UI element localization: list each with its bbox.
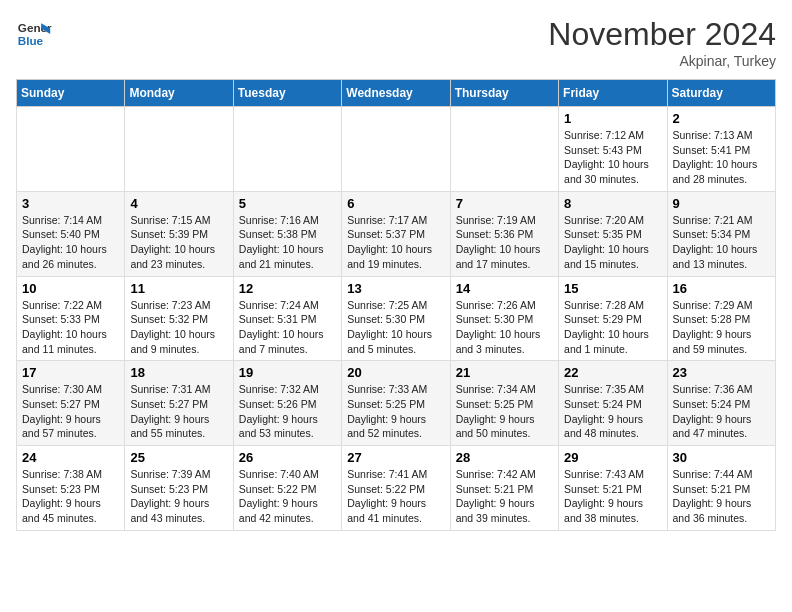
day-number: 16 bbox=[673, 281, 770, 296]
day-number: 13 bbox=[347, 281, 444, 296]
day-info: Sunrise: 7:38 AM Sunset: 5:23 PM Dayligh… bbox=[22, 467, 119, 526]
day-number: 18 bbox=[130, 365, 227, 380]
day-number: 28 bbox=[456, 450, 553, 465]
day-info: Sunrise: 7:23 AM Sunset: 5:32 PM Dayligh… bbox=[130, 298, 227, 357]
calendar-cell: 7Sunrise: 7:19 AM Sunset: 5:36 PM Daylig… bbox=[450, 191, 558, 276]
day-number: 22 bbox=[564, 365, 661, 380]
day-header-friday: Friday bbox=[559, 80, 667, 107]
day-number: 6 bbox=[347, 196, 444, 211]
calendar-cell: 30Sunrise: 7:44 AM Sunset: 5:21 PM Dayli… bbox=[667, 446, 775, 531]
day-info: Sunrise: 7:43 AM Sunset: 5:21 PM Dayligh… bbox=[564, 467, 661, 526]
day-number: 12 bbox=[239, 281, 336, 296]
day-info: Sunrise: 7:28 AM Sunset: 5:29 PM Dayligh… bbox=[564, 298, 661, 357]
calendar-cell: 18Sunrise: 7:31 AM Sunset: 5:27 PM Dayli… bbox=[125, 361, 233, 446]
day-number: 29 bbox=[564, 450, 661, 465]
logo-icon: General Blue bbox=[16, 16, 52, 52]
day-info: Sunrise: 7:39 AM Sunset: 5:23 PM Dayligh… bbox=[130, 467, 227, 526]
calendar-cell bbox=[342, 107, 450, 192]
calendar-cell: 19Sunrise: 7:32 AM Sunset: 5:26 PM Dayli… bbox=[233, 361, 341, 446]
day-header-wednesday: Wednesday bbox=[342, 80, 450, 107]
day-number: 25 bbox=[130, 450, 227, 465]
day-number: 19 bbox=[239, 365, 336, 380]
calendar-cell: 1Sunrise: 7:12 AM Sunset: 5:43 PM Daylig… bbox=[559, 107, 667, 192]
day-info: Sunrise: 7:12 AM Sunset: 5:43 PM Dayligh… bbox=[564, 128, 661, 187]
day-info: Sunrise: 7:34 AM Sunset: 5:25 PM Dayligh… bbox=[456, 382, 553, 441]
day-number: 15 bbox=[564, 281, 661, 296]
day-info: Sunrise: 7:14 AM Sunset: 5:40 PM Dayligh… bbox=[22, 213, 119, 272]
calendar-week-1: 1Sunrise: 7:12 AM Sunset: 5:43 PM Daylig… bbox=[17, 107, 776, 192]
day-info: Sunrise: 7:36 AM Sunset: 5:24 PM Dayligh… bbox=[673, 382, 770, 441]
day-info: Sunrise: 7:30 AM Sunset: 5:27 PM Dayligh… bbox=[22, 382, 119, 441]
calendar-cell: 15Sunrise: 7:28 AM Sunset: 5:29 PM Dayli… bbox=[559, 276, 667, 361]
day-number: 3 bbox=[22, 196, 119, 211]
calendar-week-3: 10Sunrise: 7:22 AM Sunset: 5:33 PM Dayli… bbox=[17, 276, 776, 361]
calendar-cell: 3Sunrise: 7:14 AM Sunset: 5:40 PM Daylig… bbox=[17, 191, 125, 276]
day-header-sunday: Sunday bbox=[17, 80, 125, 107]
day-number: 20 bbox=[347, 365, 444, 380]
day-number: 14 bbox=[456, 281, 553, 296]
calendar-cell bbox=[450, 107, 558, 192]
day-number: 7 bbox=[456, 196, 553, 211]
day-info: Sunrise: 7:44 AM Sunset: 5:21 PM Dayligh… bbox=[673, 467, 770, 526]
calendar-cell: 9Sunrise: 7:21 AM Sunset: 5:34 PM Daylig… bbox=[667, 191, 775, 276]
calendar-cell: 2Sunrise: 7:13 AM Sunset: 5:41 PM Daylig… bbox=[667, 107, 775, 192]
day-header-saturday: Saturday bbox=[667, 80, 775, 107]
calendar-cell: 8Sunrise: 7:20 AM Sunset: 5:35 PM Daylig… bbox=[559, 191, 667, 276]
day-number: 30 bbox=[673, 450, 770, 465]
calendar-cell: 16Sunrise: 7:29 AM Sunset: 5:28 PM Dayli… bbox=[667, 276, 775, 361]
calendar-week-4: 17Sunrise: 7:30 AM Sunset: 5:27 PM Dayli… bbox=[17, 361, 776, 446]
calendar-cell: 5Sunrise: 7:16 AM Sunset: 5:38 PM Daylig… bbox=[233, 191, 341, 276]
day-number: 26 bbox=[239, 450, 336, 465]
calendar-cell: 13Sunrise: 7:25 AM Sunset: 5:30 PM Dayli… bbox=[342, 276, 450, 361]
calendar-cell: 23Sunrise: 7:36 AM Sunset: 5:24 PM Dayli… bbox=[667, 361, 775, 446]
day-number: 8 bbox=[564, 196, 661, 211]
calendar-table: SundayMondayTuesdayWednesdayThursdayFrid… bbox=[16, 79, 776, 531]
day-header-thursday: Thursday bbox=[450, 80, 558, 107]
day-number: 10 bbox=[22, 281, 119, 296]
day-number: 27 bbox=[347, 450, 444, 465]
calendar-cell bbox=[17, 107, 125, 192]
calendar-cell: 21Sunrise: 7:34 AM Sunset: 5:25 PM Dayli… bbox=[450, 361, 558, 446]
calendar-cell: 11Sunrise: 7:23 AM Sunset: 5:32 PM Dayli… bbox=[125, 276, 233, 361]
day-number: 17 bbox=[22, 365, 119, 380]
day-info: Sunrise: 7:22 AM Sunset: 5:33 PM Dayligh… bbox=[22, 298, 119, 357]
day-number: 5 bbox=[239, 196, 336, 211]
calendar-header-row: SundayMondayTuesdayWednesdayThursdayFrid… bbox=[17, 80, 776, 107]
day-number: 1 bbox=[564, 111, 661, 126]
day-info: Sunrise: 7:21 AM Sunset: 5:34 PM Dayligh… bbox=[673, 213, 770, 272]
day-info: Sunrise: 7:24 AM Sunset: 5:31 PM Dayligh… bbox=[239, 298, 336, 357]
day-info: Sunrise: 7:41 AM Sunset: 5:22 PM Dayligh… bbox=[347, 467, 444, 526]
day-header-tuesday: Tuesday bbox=[233, 80, 341, 107]
day-number: 11 bbox=[130, 281, 227, 296]
day-info: Sunrise: 7:16 AM Sunset: 5:38 PM Dayligh… bbox=[239, 213, 336, 272]
day-number: 4 bbox=[130, 196, 227, 211]
calendar-cell: 26Sunrise: 7:40 AM Sunset: 5:22 PM Dayli… bbox=[233, 446, 341, 531]
calendar-cell: 20Sunrise: 7:33 AM Sunset: 5:25 PM Dayli… bbox=[342, 361, 450, 446]
month-title: November 2024 bbox=[548, 16, 776, 53]
day-info: Sunrise: 7:25 AM Sunset: 5:30 PM Dayligh… bbox=[347, 298, 444, 357]
calendar-cell: 22Sunrise: 7:35 AM Sunset: 5:24 PM Dayli… bbox=[559, 361, 667, 446]
day-info: Sunrise: 7:26 AM Sunset: 5:30 PM Dayligh… bbox=[456, 298, 553, 357]
calendar-cell: 24Sunrise: 7:38 AM Sunset: 5:23 PM Dayli… bbox=[17, 446, 125, 531]
logo: General Blue bbox=[16, 16, 52, 52]
calendar-cell: 29Sunrise: 7:43 AM Sunset: 5:21 PM Dayli… bbox=[559, 446, 667, 531]
day-number: 21 bbox=[456, 365, 553, 380]
calendar-cell: 12Sunrise: 7:24 AM Sunset: 5:31 PM Dayli… bbox=[233, 276, 341, 361]
day-info: Sunrise: 7:15 AM Sunset: 5:39 PM Dayligh… bbox=[130, 213, 227, 272]
svg-text:Blue: Blue bbox=[18, 34, 44, 47]
day-info: Sunrise: 7:42 AM Sunset: 5:21 PM Dayligh… bbox=[456, 467, 553, 526]
day-info: Sunrise: 7:13 AM Sunset: 5:41 PM Dayligh… bbox=[673, 128, 770, 187]
day-number: 24 bbox=[22, 450, 119, 465]
calendar-week-5: 24Sunrise: 7:38 AM Sunset: 5:23 PM Dayli… bbox=[17, 446, 776, 531]
calendar-cell: 4Sunrise: 7:15 AM Sunset: 5:39 PM Daylig… bbox=[125, 191, 233, 276]
day-number: 9 bbox=[673, 196, 770, 211]
calendar-cell: 10Sunrise: 7:22 AM Sunset: 5:33 PM Dayli… bbox=[17, 276, 125, 361]
day-info: Sunrise: 7:40 AM Sunset: 5:22 PM Dayligh… bbox=[239, 467, 336, 526]
page-header: General Blue November 2024 Akpinar, Turk… bbox=[16, 16, 776, 69]
calendar-cell: 25Sunrise: 7:39 AM Sunset: 5:23 PM Dayli… bbox=[125, 446, 233, 531]
day-info: Sunrise: 7:17 AM Sunset: 5:37 PM Dayligh… bbox=[347, 213, 444, 272]
day-info: Sunrise: 7:33 AM Sunset: 5:25 PM Dayligh… bbox=[347, 382, 444, 441]
calendar-cell: 17Sunrise: 7:30 AM Sunset: 5:27 PM Dayli… bbox=[17, 361, 125, 446]
day-header-monday: Monday bbox=[125, 80, 233, 107]
calendar-cell: 28Sunrise: 7:42 AM Sunset: 5:21 PM Dayli… bbox=[450, 446, 558, 531]
